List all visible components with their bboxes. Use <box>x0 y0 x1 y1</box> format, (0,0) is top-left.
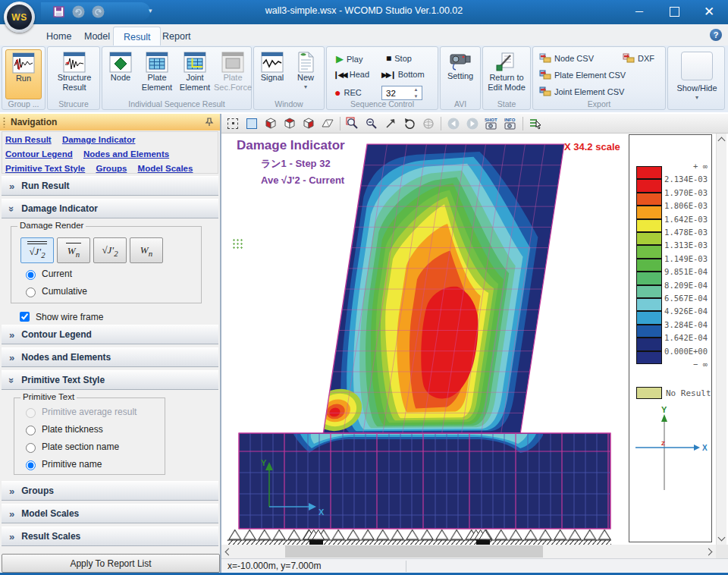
pan-arrow-button[interactable] <box>382 115 399 132</box>
maximize-button[interactable] <box>657 0 692 23</box>
result-canvas[interactable]: Y X Damage Indicator ラン1 - Step <box>221 134 716 545</box>
head-button[interactable]: ❙◀◀ Head <box>333 70 369 79</box>
plate-element-csv-button[interactable]: Plate Element CSV <box>539 70 626 80</box>
pin-icon[interactable] <box>205 118 214 127</box>
app-logo[interactable]: WS <box>4 2 35 33</box>
link-contour-legend[interactable]: Contour Legend <box>5 149 73 159</box>
radio-primitive-name-input[interactable] <box>26 460 36 470</box>
node-button[interactable]: Node <box>104 49 137 99</box>
plate-element-button[interactable]: Plate Element <box>139 49 175 99</box>
close-button[interactable]: ✕ <box>692 0 726 23</box>
section-run-result[interactable]: » Run Result <box>2 176 218 196</box>
section-contour-legend[interactable]: » Contour Legend <box>2 325 218 344</box>
bottom-button[interactable]: ▶▶❙ Bottom <box>381 70 425 79</box>
view-cube-top-button[interactable] <box>281 115 298 132</box>
return-to-edit-mode-button[interactable]: Return to Edit Mode <box>485 49 528 99</box>
radio-cumulative[interactable]: Cumulative <box>22 285 87 297</box>
show-wire-frame-input[interactable] <box>20 312 30 322</box>
link-nodes-and-elements[interactable]: Nodes and Elements <box>83 149 169 159</box>
radio-primitive-name[interactable]: Primitive name <box>22 458 102 470</box>
next-view-button[interactable] <box>464 115 481 132</box>
section-groups[interactable]: » Groups <box>2 481 218 501</box>
pick-cursor-icon <box>529 117 542 130</box>
section-primitive-text-style[interactable]: » Primitive Text Style <box>2 370 218 390</box>
section-damage-indicator[interactable]: » Damage Indicator <box>2 199 218 218</box>
help-button[interactable]: ? <box>710 29 722 41</box>
previous-view-button[interactable] <box>445 115 462 132</box>
radio-plate-thickness[interactable]: Plate thickness <box>22 423 103 435</box>
node-csv-button[interactable]: Node CSV <box>539 53 594 63</box>
screenshot-button[interactable]: SHOT <box>483 115 500 132</box>
ribbon-group-state: Return to Edit Mode State <box>482 46 531 110</box>
step-spin-arrows[interactable]: ▲▼ <box>411 86 421 99</box>
wn-averaged-button[interactable]: Wn <box>57 237 90 263</box>
zoom-window-button[interactable] <box>344 115 361 132</box>
horizontal-scroll-thumb[interactable] <box>285 545 543 558</box>
dxf-label: DXF <box>638 54 654 63</box>
pick-info-cursor-button[interactable] <box>527 115 544 132</box>
wn-button[interactable]: Wn <box>130 237 163 263</box>
fit-view-button[interactable] <box>243 115 260 132</box>
show-hide-icon <box>681 52 713 80</box>
radio-plate-thickness-input[interactable] <box>26 426 36 435</box>
info-shot-button[interactable]: INFO <box>502 115 519 132</box>
joint-element-button[interactable]: Joint Element <box>177 49 213 99</box>
stop-button[interactable]: ■ Stop <box>386 53 412 64</box>
ribbon-group-label: Strucure <box>48 99 99 108</box>
zoom-out-button[interactable] <box>363 115 380 132</box>
radio-current-input[interactable] <box>26 270 36 280</box>
avi-setting-button[interactable]: Setting <box>443 49 478 99</box>
scroll-right-button[interactable] <box>704 545 716 558</box>
section-model-scales[interactable]: » Model Scales <box>2 504 218 523</box>
radio-current[interactable]: Current <box>22 268 72 280</box>
view-cube-left-button[interactable] <box>262 115 279 132</box>
zoom-window-icon <box>346 117 359 130</box>
tab-report[interactable]: Report <box>152 27 201 46</box>
scroll-down-button[interactable] <box>717 533 726 545</box>
scroll-up-button[interactable] <box>717 134 726 146</box>
clip-plane-button[interactable] <box>319 115 336 132</box>
horizontal-scrollbar[interactable] <box>221 545 716 558</box>
show-wire-frame-checkbox[interactable]: Show wire frame <box>17 309 103 324</box>
signal-button[interactable]: Signal <box>256 49 288 99</box>
vertical-scrollbar[interactable] <box>716 134 726 545</box>
dxf-button[interactable]: DXF <box>623 53 654 63</box>
section-nodes-and-elements[interactable]: » Nodes and Elements <box>2 347 218 367</box>
orbit-button[interactable] <box>420 115 437 132</box>
radio-plate-section-name-input[interactable] <box>26 443 36 453</box>
primitive-text-title: Primitive Text <box>20 392 77 401</box>
ribbon-group-label: Window <box>254 99 324 108</box>
link-model-scales[interactable]: Model Scales <box>138 164 193 173</box>
new-window-button[interactable]: New ▾ <box>290 49 322 99</box>
rotate-view-button[interactable] <box>401 115 418 132</box>
rec-button[interactable]: ● REC <box>334 86 362 99</box>
link-run-result[interactable]: Run Result <box>5 135 52 144</box>
show-hide-dropdown-arrow[interactable]: ▾ <box>695 93 698 103</box>
plate-sec-force-button[interactable]: Plate Sec.Force <box>215 49 251 99</box>
chevron-expanded-icon: » <box>6 377 17 382</box>
navigation-header[interactable]: Navigation <box>0 114 220 130</box>
radio-plate-section-name[interactable]: Plate section name <box>22 441 119 453</box>
link-groups[interactable]: Groups <box>96 164 127 173</box>
section-result-scales[interactable]: » Result Scales <box>2 526 218 546</box>
link-primitive-text-style[interactable]: Primitive Text Style <box>5 164 85 173</box>
scroll-left-button[interactable] <box>221 545 234 558</box>
radio-cumulative-input[interactable] <box>26 288 36 297</box>
apply-to-report-list-button[interactable]: Apply To Report List <box>2 554 220 573</box>
structure-result-button[interactable]: Structure Result <box>52 49 96 99</box>
link-damage-indicator[interactable]: Damage Indicator <box>62 135 136 144</box>
sqrtj2-button[interactable]: √J'2 <box>93 237 127 263</box>
play-button[interactable]: ▶ Play <box>336 53 362 64</box>
run-button[interactable]: Run <box>5 49 42 99</box>
new-window-dropdown-arrow[interactable]: ▾ <box>304 83 307 93</box>
select-region-button[interactable] <box>224 115 241 132</box>
show-hide-button[interactable]: Show/Hide ▾ <box>674 49 720 105</box>
joint-element-csv-button[interactable]: Joint Element CSV <box>539 86 624 96</box>
view-cube-right-button[interactable] <box>300 115 317 132</box>
minimize-button[interactable]: ─ <box>622 0 657 23</box>
annotation-drag-handle[interactable] <box>232 238 243 249</box>
sqrtj2-averaged-button[interactable]: √J'2 <box>20 237 54 263</box>
radio-primitive-average-result[interactable]: Primitive average result <box>22 406 136 418</box>
section-label: Result Scales <box>21 531 80 542</box>
step-spinbox[interactable]: 32 ▲▼ <box>381 86 422 100</box>
